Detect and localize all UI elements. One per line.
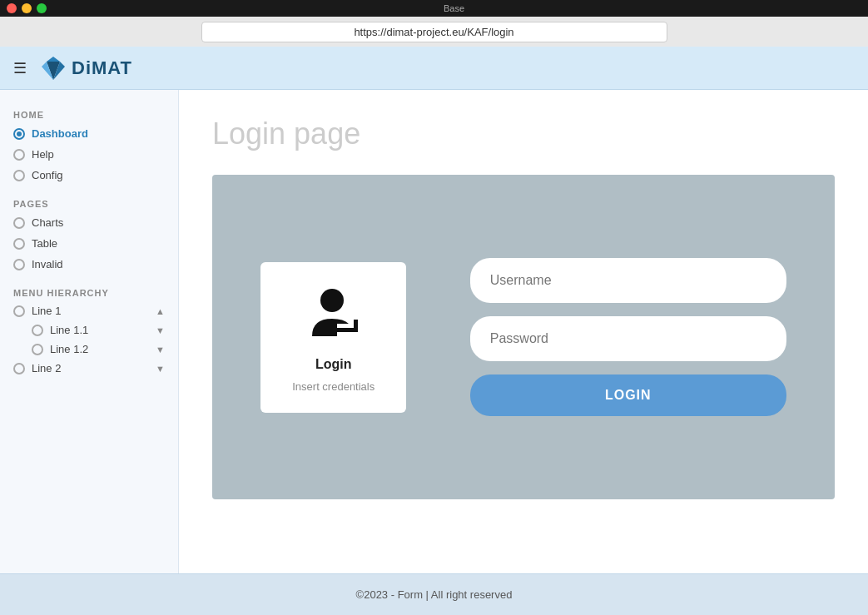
sidebar-label-line1-1: Line 1.1 <box>50 324 156 336</box>
close-button[interactable] <box>7 3 17 13</box>
sidebar-item-dashboard[interactable]: Dashboard <box>0 123 178 144</box>
radio-table <box>13 238 25 250</box>
radio-line1-1 <box>32 325 43 336</box>
login-area: Login Insert credentials LOGIN <box>212 175 835 499</box>
footer-text: ©2023 - Form | All right reserved <box>356 588 513 601</box>
radio-line1-2 <box>32 344 43 355</box>
logo: DiMAT <box>40 55 132 82</box>
login-card-subtitle: Insert credentials <box>292 380 374 393</box>
radio-help <box>13 149 25 161</box>
sidebar-item-invalid[interactable]: Invalid <box>0 254 178 275</box>
sidebar-item-line1-1[interactable]: Line 1.1 ▼ <box>0 320 178 340</box>
sidebar-label-config: Config <box>32 169 63 181</box>
logo-icon <box>40 55 67 82</box>
sidebar-item-charts[interactable]: Charts <box>0 212 178 233</box>
login-icon-area <box>300 282 367 349</box>
radio-line1 <box>13 305 25 317</box>
sidebar-label-help: Help <box>32 148 54 161</box>
sidebar-item-help[interactable]: Help <box>0 144 178 165</box>
page-title: Login page <box>212 117 835 151</box>
login-card: Login Insert credentials <box>260 262 406 413</box>
sidebar-label-line2: Line 2 <box>32 362 156 374</box>
footer: ©2023 - Form | All right reserved <box>0 573 868 615</box>
titlebar-title: Base <box>47 3 861 13</box>
chevron-line2: ▼ <box>156 364 165 374</box>
maximize-button[interactable] <box>37 3 47 13</box>
svg-point-5 <box>320 289 344 312</box>
sidebar-label-line1: Line 1 <box>32 305 156 317</box>
address-bar[interactable]: https://dimat-project.eu/KAF/login <box>201 22 667 42</box>
logo-text: DiMAT <box>72 57 132 79</box>
sidebar-item-line2[interactable]: Line 2 ▼ <box>0 359 178 378</box>
sidebar-item-line1[interactable]: Line 1 ▲ <box>0 301 178 320</box>
content: Login page Login Insert credenti <box>179 90 868 573</box>
chevron-line1-1: ▼ <box>156 325 165 335</box>
sidebar-menu-label: MENU HIERARCHY <box>0 281 178 301</box>
browser-bar: https://dimat-project.eu/KAF/login <box>0 17 868 47</box>
sidebar-label-line1-2: Line 1.2 <box>50 343 156 355</box>
titlebar: Base <box>0 0 868 17</box>
radio-config <box>13 170 25 181</box>
chevron-line1-2: ▼ <box>156 345 165 355</box>
sidebar-home-label: HOME <box>0 103 178 123</box>
sidebar-label-charts: Charts <box>32 216 63 229</box>
main-layout: HOME Dashboard Help Config PAGES Charts <box>0 90 868 573</box>
login-person-icon <box>300 282 367 349</box>
navbar: ☰ DiMAT <box>0 47 868 90</box>
app: ☰ DiMAT HOME Dashboard Help <box>0 47 868 615</box>
radio-dashboard <box>13 128 25 140</box>
hamburger-icon[interactable]: ☰ <box>13 59 27 77</box>
sidebar-item-config[interactable]: Config <box>0 165 178 186</box>
minimize-button[interactable] <box>22 3 32 13</box>
radio-invalid <box>13 259 25 270</box>
chevron-line1: ▲ <box>156 306 165 316</box>
sidebar-item-line1-2[interactable]: Line 1.2 ▼ <box>0 340 178 359</box>
sidebar: HOME Dashboard Help Config PAGES Charts <box>0 90 179 573</box>
sidebar-item-table[interactable]: Table <box>0 233 178 254</box>
radio-charts <box>13 217 25 229</box>
sidebar-label-dashboard: Dashboard <box>32 127 88 140</box>
sidebar-label-table: Table <box>32 237 57 250</box>
svg-marker-0 <box>47 57 60 62</box>
login-form: LOGIN <box>470 258 786 416</box>
radio-line2 <box>13 363 25 374</box>
window-controls <box>7 3 47 13</box>
sidebar-pages-label: PAGES <box>0 192 178 212</box>
password-input[interactable] <box>470 316 786 361</box>
username-input[interactable] <box>470 258 786 303</box>
sidebar-label-invalid: Invalid <box>32 258 63 270</box>
login-button[interactable]: LOGIN <box>470 374 786 416</box>
login-card-title: Login <box>315 357 352 372</box>
